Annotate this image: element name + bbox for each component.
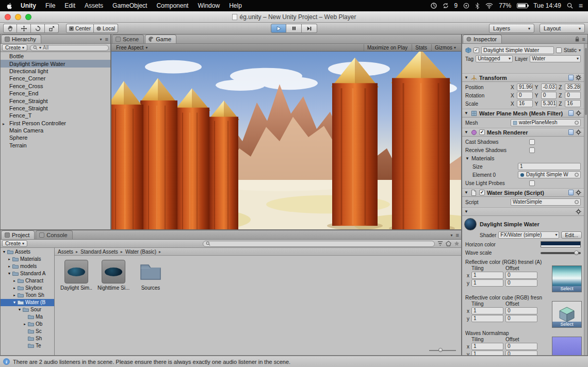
- hierarchy-item[interactable]: Main Camera: [1, 127, 110, 134]
- inspector-scrollbar[interactable]: [584, 44, 587, 355]
- zoom-window-button[interactable]: [25, 14, 31, 20]
- light-probes-checkbox[interactable]: [529, 180, 535, 186]
- foldout-open-icon[interactable]: ▼: [464, 130, 469, 135]
- hierarchy-item[interactable]: Directional light: [1, 68, 110, 75]
- asset-item-sources[interactable]: Sources: [134, 260, 167, 291]
- shader-dropdown[interactable]: FX/Water (simple)▾: [498, 231, 559, 239]
- menu-assets[interactable]: Assets: [80, 0, 108, 11]
- panel-dropdown-icon[interactable]: ▾: [100, 37, 102, 42]
- offset-x-field[interactable]: 0: [505, 272, 537, 279]
- material-preview-sphere[interactable]: [464, 218, 477, 230]
- step-button[interactable]: [302, 24, 317, 33]
- status-bar[interactable]: i There are 2 audio listeners in the sce…: [0, 356, 588, 367]
- object-name-field[interactable]: Daylight Simple Water: [481, 46, 554, 54]
- tree-item[interactable]: Sc: [1, 328, 54, 335]
- status-extra-icon[interactable]: [431, 3, 437, 9]
- water-script-header[interactable]: ▼ ✓ Water Simple (Script): [462, 188, 584, 197]
- project-search-input[interactable]: [203, 241, 435, 247]
- menu-file[interactable]: File: [41, 0, 60, 11]
- tiling-y-field[interactable]: 1: [471, 315, 503, 322]
- help-book-icon[interactable]: [568, 110, 574, 116]
- panel-menu-icon[interactable]: ≡: [105, 36, 108, 42]
- tree-item[interactable]: ▸Toon Sh: [1, 292, 54, 299]
- gear-icon[interactable]: [576, 75, 581, 80]
- tree-item[interactable]: ▼Standard A: [1, 270, 54, 277]
- tree-item[interactable]: ▸models: [1, 263, 54, 270]
- hierarchy-item[interactable]: ▸First Person Controller: [1, 120, 110, 127]
- help-book-icon[interactable]: [568, 190, 574, 195]
- menu-edit[interactable]: Edit: [60, 0, 80, 11]
- pivot-center-button[interactable]: Center: [66, 24, 94, 33]
- element0-field[interactable]: Daylight Simple W: [518, 171, 581, 178]
- battery-icon[interactable]: [517, 3, 528, 8]
- scrollbar-thumb[interactable]: [585, 48, 587, 115]
- move-tool-button[interactable]: [17, 24, 31, 33]
- foldout-open-icon[interactable]: ▼: [464, 209, 469, 214]
- panel-menu-icon[interactable]: ≡: [456, 232, 459, 238]
- tree-item[interactable]: ▸Skybox: [1, 285, 54, 292]
- mesh-filter-header[interactable]: ▼ Water Plane Mesh (Mesh Filter): [462, 109, 584, 118]
- texture-thumbnail-cube[interactable]: Select: [552, 301, 582, 328]
- tab-inspector[interactable]: Inspector: [463, 35, 502, 43]
- menu-app-name[interactable]: Unity: [16, 0, 41, 11]
- position-y-field[interactable]: -0.037: [541, 84, 557, 91]
- static-dropdown-icon[interactable]: ▾: [579, 48, 581, 53]
- menubar-clock[interactable]: Tue 14:49: [533, 2, 561, 9]
- input-source-badge[interactable]: 9: [454, 2, 458, 9]
- hierarchy-item[interactable]: Fence_Straight: [1, 97, 110, 104]
- select-button[interactable]: Select: [552, 322, 581, 327]
- rotate-tool-button[interactable]: [31, 24, 45, 33]
- layer-dropdown[interactable]: Water▾: [530, 55, 581, 62]
- hierarchy-item-selected[interactable]: Daylight Simple Water: [1, 60, 110, 67]
- tree-item[interactable]: Sh: [1, 335, 54, 342]
- offset-y-field[interactable]: 0: [505, 279, 537, 287]
- foldout-open-icon[interactable]: ▼: [7, 270, 11, 277]
- breadcrumb-standard-assets[interactable]: Standard Assets: [80, 249, 118, 255]
- receive-shadows-checkbox[interactable]: [529, 147, 535, 153]
- texture-thumbnail-fresnel[interactable]: Select: [552, 265, 582, 292]
- hierarchy-item[interactable]: Sphere: [1, 134, 110, 141]
- gizmos-button[interactable]: Gizmos▾: [431, 44, 459, 51]
- project-create-button[interactable]: Create▾: [2, 240, 27, 247]
- asset-item-nighttime[interactable]: Nighttime Si...: [97, 260, 130, 291]
- breadcrumb-water-basic[interactable]: Water (Basic): [125, 249, 156, 255]
- hierarchy-item[interactable]: Fence_T: [1, 112, 110, 119]
- foldout-open-icon[interactable]: ▼: [464, 190, 469, 195]
- favorites-star-icon[interactable]: [454, 241, 460, 246]
- shader-edit-button[interactable]: Edit...: [561, 231, 582, 239]
- static-checkbox[interactable]: [556, 47, 562, 53]
- play-button[interactable]: [271, 24, 286, 33]
- scale-z-field[interactable]: 16: [565, 100, 581, 107]
- tree-item-selected[interactable]: ▼Water (B: [1, 299, 54, 306]
- foldout-open-icon[interactable]: ▼: [12, 299, 17, 306]
- offset-y-field[interactable]: 0: [505, 351, 537, 355]
- offset-x-field[interactable]: 0: [505, 343, 537, 350]
- foldout-closed-icon[interactable]: ▸: [12, 277, 17, 285]
- hierarchy-item[interactable]: Fence_Straight: [1, 105, 110, 112]
- tree-item[interactable]: ▸Charact: [1, 277, 54, 285]
- mesh-renderer-checkbox[interactable]: ✓: [479, 129, 485, 135]
- maximize-on-play-button[interactable]: Maximize on Play: [364, 44, 411, 51]
- transform-header[interactable]: ▼ Transform: [462, 73, 584, 82]
- game-render-area[interactable]: [111, 52, 461, 229]
- status-sync-icon[interactable]: [443, 3, 449, 9]
- tab-game[interactable]: Game: [145, 35, 176, 43]
- tree-item[interactable]: ▸Materials: [1, 256, 54, 263]
- tag-dropdown[interactable]: Untagged▾: [476, 55, 513, 62]
- foldout-closed-icon[interactable]: ▸: [12, 285, 17, 292]
- offset-x-field[interactable]: 0: [505, 307, 537, 314]
- foldout-open-icon[interactable]: ▼: [464, 75, 469, 80]
- tab-console[interactable]: Console: [36, 230, 72, 239]
- thumbnail-size-slider[interactable]: [429, 348, 456, 353]
- tab-hierarchy[interactable]: Hierarchy: [1, 35, 41, 43]
- apple-icon[interactable]: [6, 3, 13, 9]
- panel-dropdown-icon[interactable]: ▾: [451, 233, 453, 238]
- rotation-y-field[interactable]: 0: [541, 92, 557, 99]
- wave-scale-slider[interactable]: [541, 251, 581, 255]
- tree-item[interactable]: Ma: [1, 313, 54, 321]
- spotlight-icon[interactable]: [567, 3, 573, 9]
- aspect-dropdown[interactable]: Free Aspect▾: [113, 44, 150, 51]
- tiling-x-field[interactable]: 1: [471, 307, 503, 314]
- foldout-open-icon[interactable]: ▼: [465, 156, 469, 161]
- mesh-renderer-header[interactable]: ▼ ✓ Mesh Renderer: [462, 128, 584, 137]
